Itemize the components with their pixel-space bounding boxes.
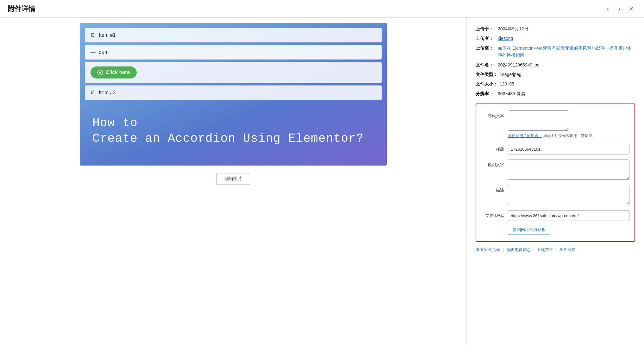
filesize-value: 129 KB bbox=[500, 80, 514, 87]
next-button[interactable]: › bbox=[615, 3, 623, 14]
accordion-item-3[interactable]: 🗓 Item #3 bbox=[85, 85, 382, 100]
url-row: 文件 URL: bbox=[481, 210, 629, 221]
title-input[interactable] bbox=[508, 144, 629, 154]
page-title: 附件详情 bbox=[8, 4, 35, 14]
description-row: 描述 bbox=[481, 185, 629, 205]
image-overlay-text: How to Create an Accordion Using Element… bbox=[80, 103, 387, 166]
image-text-line2: Create an Accordion Using Elementor? bbox=[92, 131, 374, 146]
title-label: 标题 bbox=[481, 144, 504, 152]
right-panel: 上传于： 2024年9月12日 上传者： xiesong 上传至： 如何在 El… bbox=[467, 18, 644, 345]
description-input[interactable] bbox=[508, 185, 629, 205]
click-here-label: Click here bbox=[106, 70, 130, 75]
filetype-label: 文件类型： bbox=[476, 71, 498, 78]
alt-hint-text: 如此图片仅作装饰用，请留空。 bbox=[543, 134, 596, 138]
uploader-link[interactable]: xiesong bbox=[498, 35, 513, 42]
separator-1: | bbox=[503, 247, 504, 252]
filetype-value: image/jpeg bbox=[500, 71, 522, 78]
click-here-row: Click here bbox=[85, 62, 382, 83]
filename-value: 20240912065949.jpg bbox=[498, 61, 540, 68]
alt-text-row: 替代文本 描述此图片的用途。 如此图片仅作装饰用，请留空。 bbox=[481, 110, 629, 139]
accordion-item-1-label: Item #1 bbox=[99, 32, 116, 38]
copy-url-button[interactable]: 复制网址至剪贴板 bbox=[508, 225, 550, 235]
delete-link[interactable]: 永久删除 bbox=[559, 247, 576, 252]
separator-3: | bbox=[556, 247, 557, 252]
caption-label: 说明文字 bbox=[481, 160, 504, 168]
accordion-wrapper: 🗓 Item #1 — qum Click here 🗓 bbox=[80, 23, 387, 100]
main-content: 🗓 Item #1 — qum Click here 🗓 bbox=[0, 18, 644, 345]
accordion-item-3-label: Item #3 bbox=[99, 90, 116, 96]
alt-hint-link[interactable]: 描述此图片的用途。 bbox=[508, 134, 542, 138]
separator-2: | bbox=[533, 247, 534, 252]
form-section: 替代文本 描述此图片的用途。 如此图片仅作装饰用，请留空。 标题 说明文字 bbox=[476, 104, 635, 242]
calendar-icon-1: 🗓 bbox=[91, 32, 96, 38]
resolution-label: 分辨率： bbox=[476, 90, 496, 97]
image-text-line1: How to bbox=[92, 115, 374, 131]
close-button[interactable]: × bbox=[626, 3, 636, 14]
upload-date-label: 上传于： bbox=[476, 25, 496, 32]
uploader-label: 上传者： bbox=[476, 35, 496, 42]
alt-hint: 描述此图片的用途。 如此图片仅作装饰用，请留空。 bbox=[508, 133, 629, 139]
resolution-row: 分辨率： 902×435 像素 bbox=[476, 90, 635, 97]
left-panel: 🗓 Item #1 — qum Click here 🗓 bbox=[0, 18, 467, 345]
resolution-value: 902×435 像素 bbox=[498, 90, 525, 97]
header-actions: ‹ › × bbox=[603, 3, 636, 14]
view-attachment-link[interactable]: 查看附件页面 bbox=[476, 247, 500, 252]
alt-text-label: 替代文本 bbox=[481, 110, 504, 119]
download-link[interactable]: 下载文件 bbox=[537, 247, 553, 252]
upload-date-row: 上传于： 2024年9月12日 bbox=[476, 25, 635, 32]
edit-image-button[interactable]: 编辑图片 bbox=[216, 173, 250, 185]
minus-icon: — bbox=[91, 49, 96, 55]
calendar-icon-3: 🗓 bbox=[91, 90, 96, 96]
filesize-label: 文件大小： bbox=[476, 80, 498, 87]
edit-more-link[interactable]: 编辑更多信息 bbox=[506, 247, 531, 252]
uploaded-to-link[interactable]: 如何在 Elementor 中创建带有嵌套元素的手风琴小部件：提升用户体验的终极… bbox=[498, 45, 635, 59]
url-input[interactable] bbox=[508, 210, 629, 221]
filesize-row: 文件大小： 129 KB bbox=[476, 80, 635, 87]
upload-date-value: 2024年9月12日 bbox=[498, 25, 528, 32]
preview-area: 🗓 Item #1 — qum Click here 🗓 bbox=[80, 23, 387, 166]
accordion-item-1[interactable]: 🗓 Item #1 bbox=[85, 28, 382, 42]
prev-button[interactable]: ‹ bbox=[603, 3, 612, 14]
uploaded-to-row: 上传至： 如何在 Elementor 中创建带有嵌套元素的手风琴小部件：提升用户… bbox=[476, 45, 635, 59]
accordion-item-qum[interactable]: — qum bbox=[85, 45, 382, 60]
filetype-row: 文件类型： image/jpeg bbox=[476, 71, 635, 78]
radio-icon bbox=[97, 70, 103, 75]
url-label: 文件 URL: bbox=[481, 213, 504, 218]
dialog-header: 附件详情 ‹ › × bbox=[0, 0, 644, 18]
click-here-button[interactable]: Click here bbox=[91, 66, 137, 78]
accordion-item-qum-label: qum bbox=[99, 49, 109, 55]
title-row: 标题 bbox=[481, 144, 629, 154]
filename-label: 文件名： bbox=[476, 61, 496, 68]
filename-row: 文件名： 20240912065949.jpg bbox=[476, 61, 635, 68]
copy-btn-wrapper: 复制网址至剪贴板 bbox=[481, 221, 629, 235]
metadata-section: 上传于： 2024年9月12日 上传者： xiesong 上传至： 如何在 El… bbox=[476, 25, 635, 97]
description-label: 描述 bbox=[481, 185, 504, 193]
footer-links: 查看附件页面 | 编辑更多信息 | 下载文件 | 永久删除 bbox=[476, 247, 635, 253]
caption-row: 说明文字 bbox=[481, 160, 629, 180]
alt-text-input[interactable] bbox=[508, 110, 569, 131]
uploader-row: 上传者： xiesong bbox=[476, 35, 635, 42]
caption-input[interactable] bbox=[508, 160, 629, 180]
uploaded-to-label: 上传至： bbox=[476, 45, 496, 52]
